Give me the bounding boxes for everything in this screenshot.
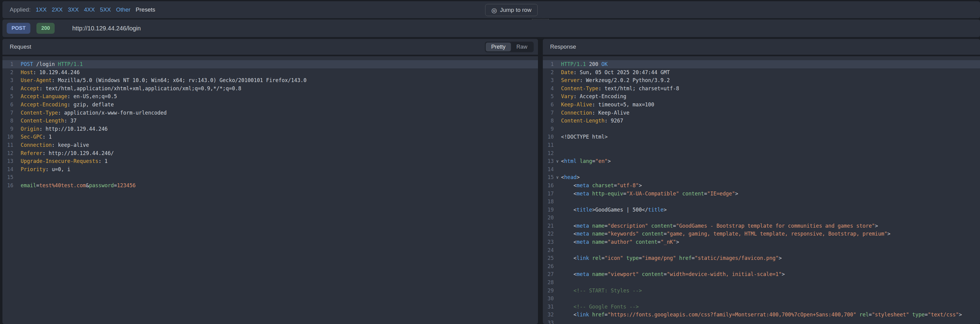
fold-spacer [554,117,561,125]
code-line: 31 <!-- Google Fonts --> [543,303,980,311]
response-panel-title: Response [550,39,576,55]
line-number: 13 [2,157,13,165]
fold-spacer [554,287,561,295]
filter-2xx[interactable]: 2XX [52,6,63,13]
code-text [561,262,980,270]
code-line: 32 <link href="https://fonts.googleapis.… [543,311,980,319]
line-number: 29 [543,287,554,295]
filter-5xx[interactable]: 5XX [100,6,111,13]
code-text: <meta charset="utf-8"> [561,182,980,190]
fold-spacer [554,295,561,303]
line-number: 5 [543,93,554,101]
fold-chevron-icon[interactable]: ∨ [554,157,561,165]
target-icon: ◎ [492,7,497,13]
line-number: 31 [543,303,554,311]
code-text: <link rel="icon" type="image/png" href="… [561,254,980,262]
line-number: 4 [543,85,554,93]
code-text: Accept: text/html,application/xhtml+xml,… [21,85,538,93]
fold-spacer [13,141,21,149]
request-summary-bar: POST 200 http://10.129.44.246/login [2,19,980,37]
filter-1xx[interactable]: 1XX [36,6,47,13]
fold-spacer [554,76,561,85]
line-number: 2 [2,69,13,77]
line-number: 11 [543,141,554,149]
fold-spacer [554,214,561,222]
raw-tab[interactable]: Raw [511,43,533,51]
line-number: 27 [543,270,554,278]
fold-spacer [554,109,561,117]
line-number: 16 [2,182,13,190]
request-url: http://10.129.44.246/login [72,19,141,37]
code-text: <meta name="description" content="GoodGa… [561,222,980,230]
code-text: <meta name="author" content="_nK"> [561,238,980,246]
code-line: 27 <meta name="viewport" content="width=… [543,270,980,278]
code-line: 4Content-Type: text/html; charset=utf-8 [543,85,980,93]
code-line: 13Upgrade-Insecure-Requests: 1 [2,157,538,165]
line-number: 23 [543,238,554,246]
code-text [561,319,980,324]
code-line: 9Origin: http://10.129.44.246 [2,125,538,133]
line-number: 9 [2,125,13,133]
code-text: <title>GoodGames | 500</title> [561,206,980,214]
code-line: 5Vary: Accept-Encoding [543,93,980,101]
code-line: 14 [543,165,980,174]
filter-3xx[interactable]: 3XX [68,6,79,13]
response-panel-header: Response [543,39,980,55]
line-number: 3 [2,76,13,85]
fold-spacer [554,222,561,230]
line-number: 21 [543,222,554,230]
code-text: HTTP/1.1 200 OK [561,60,980,69]
code-line: 3User-Agent: Mozilla/5.0 (Windows NT 10.… [2,76,538,85]
fold-spacer [13,69,21,77]
code-text: <meta name="keywords" content="game, gam… [561,230,980,238]
line-number: 10 [2,133,13,141]
response-editor[interactable]: 1HTTP/1.1 200 OK2Date: Sun, 05 Oct 2025 … [543,56,980,324]
code-line: 7Content-Type: application/x-www-form-ur… [2,109,538,117]
fold-spacer [554,60,561,69]
line-number: 24 [543,246,554,254]
code-line: 7Connection: Keep-Alive [543,109,980,117]
code-text: Upgrade-Insecure-Requests: 1 [21,157,538,165]
code-line: 30 [543,295,980,303]
filter-4xx[interactable]: 4XX [84,6,95,13]
request-panel-header: Request Pretty Raw [2,39,538,55]
line-number: 12 [543,149,554,158]
code-line: 19 <title>GoodGames | 500</title> [543,206,980,214]
code-text: <link href="https://fonts.googleapis.com… [561,311,980,319]
code-line: 12 [543,149,980,158]
fold-spacer [554,278,561,287]
code-text: Content-Type: application/x-www-form-url… [21,109,538,117]
fold-spacer [554,238,561,246]
code-line: 33 [543,319,980,324]
fold-spacer [554,133,561,141]
code-text [561,125,980,133]
code-line: 15 [2,173,538,182]
fold-spacer [13,149,21,158]
panel-splitter[interactable] [538,39,543,324]
fold-spacer [13,157,21,165]
pretty-tab[interactable]: Pretty [486,43,511,51]
fold-spacer [554,149,561,158]
presets-button[interactable]: Presets [136,6,155,13]
filter-other[interactable]: Other [116,6,130,13]
code-text: <!-- START: Styles --> [561,287,980,295]
fold-spacer [13,173,21,182]
code-text [561,278,980,287]
code-line: 6Keep-Alive: timeout=5, max=100 [543,101,980,109]
line-number: 1 [2,60,13,69]
code-line: 5Accept-Language: en-US,en;q=0.5 [2,93,538,101]
request-editor[interactable]: 1POST /login HTTP/1.12Host: 10.129.44.24… [2,56,538,324]
fold-spacer [554,165,561,174]
line-number: 16 [543,182,554,190]
applied-label: Applied: [10,6,31,13]
code-line: 22 <meta name="keywords" content="game, … [543,230,980,238]
line-number: 25 [543,254,554,262]
jump-to-row-button[interactable]: ◎ Jump to row [485,4,538,16]
fold-chevron-icon[interactable]: ∨ [554,173,561,182]
line-number: 10 [543,133,554,141]
code-line: 23 <meta name="author" content="_nK"> [543,238,980,246]
fold-spacer [554,69,561,77]
fold-spacer [13,109,21,117]
line-number: 14 [543,165,554,174]
code-line: 9 [543,125,980,133]
